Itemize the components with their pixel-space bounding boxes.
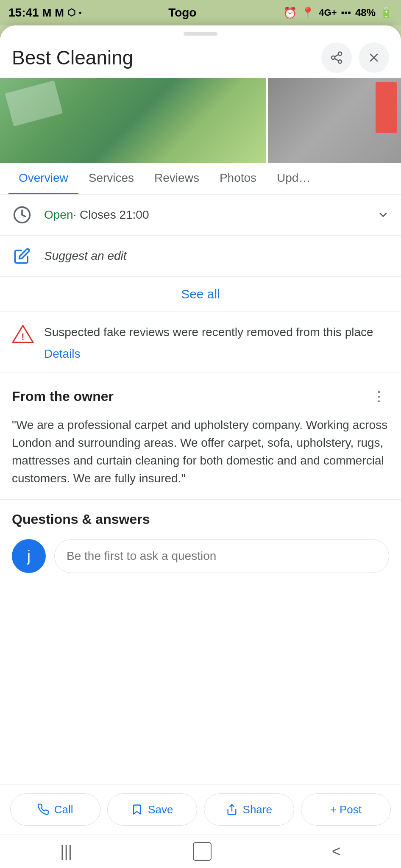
qa-title: Questions & answers [12, 512, 389, 527]
pencil-icon [12, 246, 32, 266]
hours-content: Open· Closes 21:00 [44, 208, 365, 222]
share-button[interactable] [321, 42, 352, 73]
bottom-spacer [0, 585, 401, 670]
time: 15:41 [8, 6, 39, 19]
action-bar: Call Save Share + Post [0, 785, 401, 834]
battery-label: 48% [355, 7, 376, 19]
drag-handle[interactable] [184, 32, 217, 36]
gmail-icon2: M [55, 6, 64, 19]
avatar-letter: j [27, 547, 31, 565]
close-button[interactable] [359, 42, 389, 73]
call-button[interactable]: Call [10, 793, 100, 826]
suggest-edit-row[interactable]: Suggest an edit [0, 236, 401, 277]
warning-text: Suspected fake reviews were recently rem… [44, 324, 373, 340]
hours-row[interactable]: Open· Closes 21:00 [0, 195, 401, 236]
owner-description: "We are a professional carpet and uphols… [12, 416, 389, 487]
more-options-button[interactable]: ⋮ [369, 385, 389, 408]
share-action-button[interactable]: Share [204, 793, 294, 826]
bookmark-icon [131, 804, 143, 815]
photo-left [0, 78, 266, 163]
share-icon [330, 51, 343, 64]
qa-input-row: j [12, 539, 389, 573]
photo-strip[interactable] [0, 78, 401, 163]
phone-icon [37, 804, 49, 815]
tabs-bar: Overview Services Reviews Photos Upd… [0, 163, 401, 195]
call-label: Call [54, 803, 73, 816]
open-status: Open [44, 208, 73, 221]
location-icon: 📍 [301, 6, 315, 19]
chevron-down-icon[interactable] [377, 209, 389, 221]
warning-triangle-icon: ! [12, 324, 34, 344]
tab-services[interactable]: Services [78, 163, 144, 195]
battery-icon: 🔋 [380, 7, 393, 19]
warning-banner: ! Suspected fake reviews were recently r… [0, 312, 401, 373]
share-action-icon [226, 804, 238, 815]
place-title: Best Cleaning [12, 46, 133, 69]
owner-section: From the owner ⋮ "We are a professional … [0, 373, 401, 500]
tab-updates[interactable]: Upd… [267, 163, 320, 195]
network-label: 4G+ [319, 7, 337, 18]
warning-details-button[interactable]: Details [44, 347, 373, 361]
home-button[interactable] [193, 842, 212, 861]
owner-header: From the owner ⋮ [12, 385, 389, 408]
post-button[interactable]: + Post [301, 793, 391, 826]
tab-reviews[interactable]: Reviews [144, 163, 209, 195]
signal-icon: ▪▪▪ [341, 7, 351, 18]
svg-line-4 [334, 55, 338, 57]
place-header: Best Cleaning [0, 36, 401, 78]
see-all-button[interactable]: See all [181, 287, 220, 301]
ask-question-input[interactable] [54, 539, 389, 573]
svg-text:!: ! [21, 331, 24, 342]
svg-line-3 [334, 58, 338, 61]
save-button[interactable]: Save [107, 793, 198, 826]
carrier: Togo [168, 6, 196, 19]
gmail-icon: M [42, 6, 52, 19]
status-bar: 15:41 M M ⬡ • Togo ⏰ 📍 4G+ ▪▪▪ 48% 🔋 [0, 0, 401, 25]
tab-overview[interactable]: Overview [8, 163, 78, 195]
photo-right [268, 78, 401, 163]
closes-time: · Closes 21:00 [73, 208, 149, 221]
alarm-icon: ⏰ [283, 6, 297, 19]
status-right: ⏰ 📍 4G+ ▪▪▪ 48% 🔋 [283, 6, 393, 19]
bottom-sheet: Best Cleaning Overview Services Reviews … [0, 25, 401, 868]
recents-button[interactable]: ||| [60, 843, 72, 860]
close-icon [367, 51, 381, 64]
owner-title: From the owner [12, 389, 114, 404]
user-avatar: j [12, 539, 46, 573]
save-label: Save [148, 803, 173, 816]
post-label: + Post [330, 803, 362, 816]
notification-icon: ⬡ [67, 7, 75, 18]
warning-content: Suspected fake reviews were recently rem… [44, 324, 373, 361]
back-button[interactable]: < [332, 843, 341, 860]
see-all-row[interactable]: See all [0, 277, 401, 312]
clock-icon [12, 205, 32, 225]
dot-indicator: • [79, 8, 81, 17]
share-label: Share [243, 803, 272, 816]
qa-section: Questions & answers j [0, 500, 401, 585]
status-left: 15:41 M M ⬡ • [8, 6, 81, 19]
header-actions [321, 42, 389, 73]
suggest-edit-label: Suggest an edit [44, 249, 389, 263]
nav-bar: ||| < [0, 834, 401, 868]
tab-photos[interactable]: Photos [209, 163, 267, 195]
